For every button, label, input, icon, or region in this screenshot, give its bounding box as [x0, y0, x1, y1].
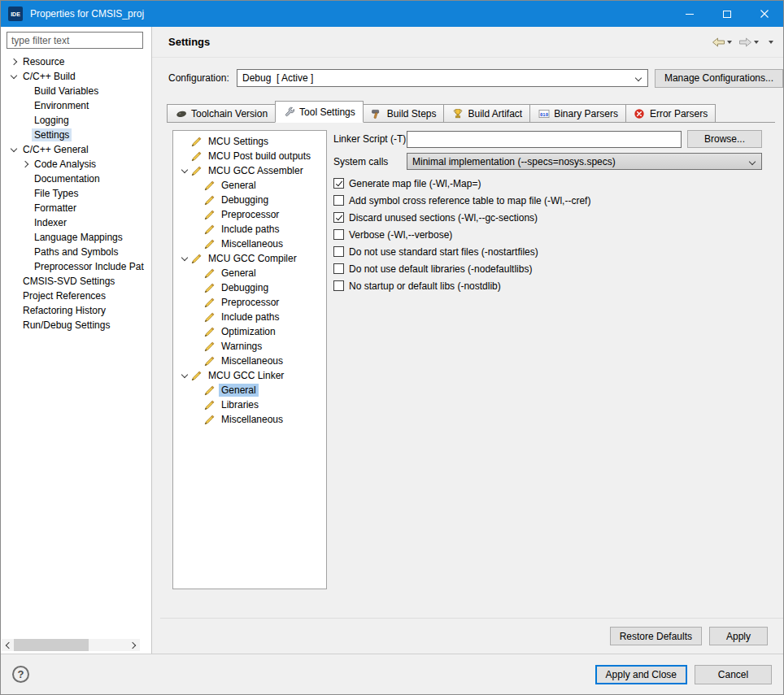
- tab-toolchain-version[interactable]: Toolchain Version: [167, 104, 276, 122]
- forward-button[interactable]: [737, 36, 760, 49]
- sidebar-item-build-variables[interactable]: Build Variables: [1, 84, 151, 98]
- expand-arrow-slot[interactable]: [19, 162, 32, 167]
- sidebar-item-formatter[interactable]: Formatter: [1, 201, 151, 215]
- checkbox-checked[interactable]: [333, 212, 344, 223]
- tab-build-steps[interactable]: Build Steps: [363, 104, 445, 122]
- tool-tree-item-include-paths[interactable]: Include paths: [173, 310, 326, 324]
- tool-tree-item-preprocessor[interactable]: Preprocessor: [173, 295, 326, 310]
- expand-arrow-slot[interactable]: [178, 169, 191, 172]
- tool-tree-item-general[interactable]: General: [173, 178, 326, 193]
- tool-tree-item-mcu-post-build-outputs[interactable]: MCU Post build outputs: [173, 149, 326, 163]
- checkbox-row-do-not-use-default-libraries-nodefaultli[interactable]: Do not use default libraries (-nodefault…: [333, 260, 769, 277]
- sidebar-item-c-c-general[interactable]: C/C++ General: [1, 142, 151, 157]
- sidebar-item-environment[interactable]: Environment: [1, 98, 151, 113]
- expand-arrow-slot[interactable]: [7, 148, 20, 151]
- tab-binary-parsers[interactable]: 010Binary Parsers: [529, 104, 626, 122]
- sidebar-item-project-references[interactable]: Project References: [1, 289, 151, 303]
- expand-arrow-slot[interactable]: [178, 374, 191, 377]
- sidebar-item-cmsis-svd-settings[interactable]: CMSIS-SVD Settings: [1, 274, 151, 289]
- chevron-right-icon[interactable]: [11, 59, 17, 65]
- tool-tree-item-mcu-gcc-linker[interactable]: MCU GCC Linker: [173, 368, 326, 383]
- tool-tree-item-include-paths[interactable]: Include paths: [173, 222, 326, 237]
- linker-script-input[interactable]: [407, 131, 682, 148]
- sidebar-item-run-debug-settings[interactable]: Run/Debug Settings: [1, 318, 151, 332]
- checkbox-unchecked[interactable]: [333, 263, 344, 274]
- tool-tree-item-mcu-settings[interactable]: MCU Settings: [173, 134, 326, 149]
- tree-item-label: Include paths: [219, 311, 281, 324]
- tab-error-parsers[interactable]: Error Parsers: [625, 104, 716, 122]
- system-calls-select[interactable]: Minimal implementation (--specs=nosys.sp…: [407, 153, 762, 170]
- maximize-button[interactable]: [708, 1, 746, 27]
- tool-tree-item-miscellaneous[interactable]: Miscellaneous: [173, 237, 326, 251]
- wrench-icon: [283, 106, 295, 118]
- back-button[interactable]: [710, 36, 734, 49]
- view-menu-button[interactable]: [769, 41, 773, 44]
- checkbox-row-do-not-use-standard-start-files-nostartf[interactable]: Do not use standard start files (-nostar…: [333, 243, 769, 260]
- tool-tree-item-debugging[interactable]: Debugging: [173, 193, 326, 207]
- close-button[interactable]: [746, 1, 783, 27]
- scroll-left-button[interactable]: [2, 639, 14, 651]
- sidebar-item-paths-and-symbols[interactable]: Paths and Symbols: [1, 245, 151, 259]
- tool-tree-item-general[interactable]: General: [173, 266, 326, 280]
- apply-button[interactable]: Apply: [709, 627, 768, 645]
- configuration-select[interactable]: Debug [ Active ]: [237, 69, 648, 87]
- apply-and-close-button[interactable]: Apply and Close: [595, 665, 687, 684]
- sidebar-item-file-types[interactable]: File Types: [1, 186, 151, 201]
- checkbox-checked[interactable]: [333, 178, 344, 189]
- checkbox-row-verbose-wl-verbose[interactable]: Verbose (-Wl,--verbose): [333, 226, 769, 243]
- chevron-right-icon[interactable]: [22, 161, 28, 167]
- tool-tree-item-mcu-gcc-compiler[interactable]: MCU GCC Compiler: [173, 251, 326, 266]
- checkbox-label: Generate map file (-Wl,-Map=): [349, 178, 481, 189]
- sidebar-item-documentation[interactable]: Documentation: [1, 172, 151, 186]
- checkbox-unchecked[interactable]: [333, 195, 344, 206]
- sidebar-item-language-mappings[interactable]: Language Mappings: [1, 230, 151, 245]
- expand-arrow-slot[interactable]: [7, 59, 20, 64]
- filter-input[interactable]: [7, 32, 143, 49]
- checkbox-unchecked[interactable]: [333, 280, 344, 291]
- checkbox-row-discard-unused-sections-wl-gc-sections[interactable]: Discard unused sections (-Wl,--gc-sectio…: [333, 209, 769, 226]
- sidebar-horizontal-scrollbar[interactable]: [2, 639, 140, 651]
- expand-arrow-slot[interactable]: [178, 257, 191, 260]
- tab-tool-settings[interactable]: Tool Settings: [275, 101, 364, 123]
- tree-item-label: Code Analysis: [32, 158, 98, 171]
- sidebar-item-settings[interactable]: Settings: [1, 128, 151, 142]
- cancel-button[interactable]: Cancel: [695, 665, 772, 684]
- sidebar-item-c-c-build[interactable]: C/C++ Build: [1, 69, 151, 84]
- chevron-down-icon[interactable]: [11, 146, 17, 152]
- checkbox-unchecked[interactable]: [333, 246, 344, 257]
- chevron-down-icon[interactable]: [181, 371, 188, 378]
- sidebar-item-logging[interactable]: Logging: [1, 113, 151, 128]
- help-button[interactable]: ?: [12, 666, 29, 683]
- titlebar[interactable]: IDE Properties for CMSIS_proj: [1, 1, 783, 27]
- chevron-down-icon[interactable]: [181, 167, 188, 173]
- sidebar-item-resource[interactable]: Resource: [1, 54, 151, 69]
- minimize-button[interactable]: [671, 1, 708, 27]
- tool-tree-item-mcu-gcc-assembler[interactable]: MCU GCC Assembler: [173, 163, 326, 178]
- scrollbar-thumb[interactable]: [14, 639, 89, 651]
- sidebar-item-indexer[interactable]: Indexer: [1, 215, 151, 230]
- scroll-right-button[interactable]: [128, 639, 140, 651]
- sidebar-item-refactoring-history[interactable]: Refactoring History: [1, 303, 151, 318]
- sidebar-item-code-analysis[interactable]: Code Analysis: [1, 157, 151, 172]
- checkbox-row-no-startup-or-default-libs-nostdlib[interactable]: No startup or default libs (-nostdlib): [333, 277, 769, 294]
- tool-tree-item-debugging[interactable]: Debugging: [173, 280, 326, 295]
- tool-tree-item-optimization[interactable]: Optimization: [173, 324, 326, 339]
- tool-tree-item-miscellaneous[interactable]: Miscellaneous: [173, 354, 326, 368]
- restore-defaults-button[interactable]: Restore Defaults: [610, 627, 702, 645]
- chevron-down-icon[interactable]: [181, 254, 188, 261]
- tool-tree-item-preprocessor[interactable]: Preprocessor: [173, 207, 326, 222]
- sidebar-item-preprocessor-include-pat[interactable]: Preprocessor Include Pat: [1, 259, 151, 274]
- tool-tree-item-general[interactable]: General: [173, 383, 326, 397]
- tab-build-artifact[interactable]: Build Artifact: [443, 104, 530, 122]
- manage-configurations-button[interactable]: Manage Configurations...: [655, 69, 783, 88]
- expand-arrow-slot[interactable]: [7, 75, 20, 78]
- checkbox-unchecked[interactable]: [333, 229, 344, 240]
- browse-button[interactable]: Browse...: [687, 130, 762, 148]
- tool-tree-item-warnings[interactable]: Warnings: [173, 339, 326, 354]
- chevron-down-icon[interactable]: [11, 72, 17, 79]
- tool-tree-item-miscellaneous[interactable]: Miscellaneous: [173, 412, 326, 427]
- checkbox-row-add-symbol-cross-reference-table-to-map-[interactable]: Add symbol cross reference table to map …: [333, 192, 769, 209]
- tree-item-label: Optimization: [219, 325, 278, 338]
- tool-tree-item-libraries[interactable]: Libraries: [173, 397, 326, 412]
- checkbox-row-generate-map-file-wl-map[interactable]: Generate map file (-Wl,-Map=): [333, 175, 769, 192]
